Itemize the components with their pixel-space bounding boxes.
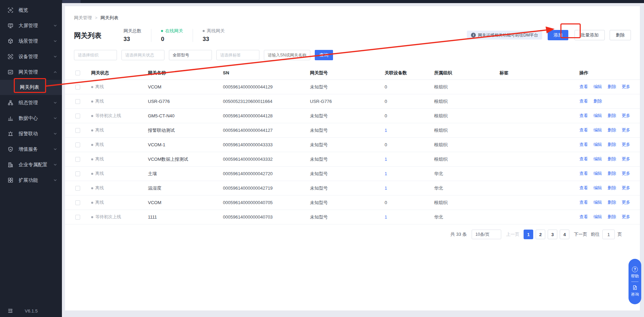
row-checkbox[interactable]: [75, 128, 80, 133]
action-more-link[interactable]: 更多: [622, 127, 630, 133]
page-button-4[interactable]: 4: [560, 230, 569, 239]
action-delete-link[interactable]: 删除: [608, 171, 616, 177]
action-more-link[interactable]: 更多: [622, 113, 630, 119]
gateway-model: 未知型号: [310, 156, 385, 162]
row-checkbox[interactable]: [75, 99, 80, 104]
tag-select[interactable]: 请选择标签: [216, 50, 259, 60]
gateway-model: 未知型号: [310, 84, 385, 90]
sidebar-item-label: 组态管理: [19, 100, 53, 106]
search-button[interactable]: 查询: [315, 50, 333, 60]
action-edit-link[interactable]: 编辑: [593, 84, 602, 90]
sidebar-collapse-icon[interactable]: [8, 308, 13, 314]
dm-platform-notice: i 网关运维相关功能可前往DM平台: [467, 31, 542, 40]
row-checkbox[interactable]: [75, 157, 80, 162]
search-input[interactable]: [264, 50, 310, 60]
sidebar-item-label: 概览: [19, 7, 57, 13]
action-delete-link[interactable]: 删除: [593, 98, 602, 104]
chevron-down-icon: [53, 24, 57, 28]
action-delete-link[interactable]: 删除: [608, 185, 616, 191]
action-more-link[interactable]: 更多: [622, 142, 630, 148]
row-checkbox[interactable]: [75, 85, 80, 89]
linked-device-count[interactable]: 1: [385, 128, 434, 133]
gateway-name: VCOM-1: [148, 142, 223, 147]
action-more-link[interactable]: 更多: [622, 84, 630, 90]
action-delete-link[interactable]: 删除: [608, 156, 616, 162]
action-more-link[interactable]: 更多: [622, 171, 630, 177]
action-more-link[interactable]: 更多: [622, 156, 630, 162]
row-checkbox[interactable]: [75, 200, 80, 205]
goto-page-input[interactable]: [602, 230, 615, 239]
action-more-link[interactable]: 更多: [622, 200, 630, 205]
row-checkbox[interactable]: [75, 114, 80, 118]
gateway-status-select[interactable]: 请选择网关状态: [121, 50, 164, 60]
row-checkbox[interactable]: [75, 186, 80, 191]
action-view-link[interactable]: 查看: [579, 98, 588, 104]
action-view-link[interactable]: 查看: [579, 200, 588, 205]
consult-button[interactable]: 咨询: [631, 285, 639, 297]
action-edit-link[interactable]: 编辑: [593, 171, 602, 177]
select-all-checkbox[interactable]: [75, 71, 80, 75]
action-edit-link[interactable]: 编辑: [593, 185, 602, 191]
action-more-link[interactable]: 更多: [622, 214, 630, 220]
row-checkbox[interactable]: [75, 215, 80, 220]
action-edit-link[interactable]: 编辑: [593, 127, 602, 133]
page-button-3[interactable]: 3: [548, 230, 557, 239]
sidebar-item-网关管理[interactable]: 网关管理: [0, 64, 62, 80]
org-select[interactable]: 请选择组织: [74, 50, 117, 60]
sidebar-item-企业专属配置[interactable]: 企业专属配置: [0, 157, 62, 172]
row-checkbox[interactable]: [75, 142, 80, 147]
action-delete-link[interactable]: 删除: [608, 142, 616, 148]
action-view-link[interactable]: 查看: [579, 185, 588, 191]
sidebar-item-场景管理[interactable]: 场景管理: [0, 33, 62, 49]
sidebar-item-概览[interactable]: 概览: [0, 2, 62, 18]
action-edit-link[interactable]: 编辑: [593, 156, 602, 162]
action-edit-link[interactable]: 编辑: [593, 200, 602, 205]
action-view-link[interactable]: 查看: [579, 84, 588, 90]
page-button-1[interactable]: 1: [524, 230, 533, 239]
action-view-link[interactable]: 查看: [579, 113, 588, 119]
action-view-link[interactable]: 查看: [579, 214, 588, 220]
sidebar-item-扩展功能[interactable]: 扩展功能: [0, 172, 62, 188]
action-delete-link[interactable]: 删除: [608, 113, 616, 119]
action-edit-link[interactable]: 编辑: [593, 142, 602, 148]
page-button-2[interactable]: 2: [536, 230, 545, 239]
action-view-link[interactable]: 查看: [579, 142, 588, 148]
sidebar-item-大屏管理[interactable]: 大屏管理: [0, 18, 62, 33]
action-delete-link[interactable]: 删除: [608, 127, 616, 133]
linked-device-count: 0: [385, 84, 434, 89]
action-delete-link[interactable]: 删除: [608, 200, 616, 205]
breadcrumb-parent[interactable]: 网关管理: [74, 15, 92, 21]
gateway-name: 土壤: [148, 171, 223, 177]
gateway-name: 1111: [148, 214, 223, 220]
action-view-link[interactable]: 查看: [579, 171, 588, 177]
action-more-link[interactable]: 更多: [622, 185, 630, 191]
sidebar-item-增值服务[interactable]: 增值服务: [0, 141, 62, 157]
action-edit-link[interactable]: 编辑: [593, 214, 602, 220]
sidebar-item-组态管理[interactable]: 组态管理: [0, 95, 62, 110]
gateway-status: 等待初次上线: [91, 214, 148, 220]
action-edit-link[interactable]: 编辑: [593, 113, 602, 119]
linked-device-count[interactable]: 1: [385, 157, 434, 162]
action-view-link[interactable]: 查看: [579, 127, 588, 133]
action-view-link[interactable]: 查看: [579, 156, 588, 162]
page-size-select[interactable]: 10条/页: [472, 230, 501, 239]
sidebar-item-数据中心[interactable]: 数据中心: [0, 110, 62, 126]
next-page-button[interactable]: 下一页: [574, 231, 587, 237]
action-delete-link[interactable]: 删除: [608, 84, 616, 90]
add-button[interactable]: 添加: [548, 30, 568, 40]
sidebar-item-设备管理[interactable]: 设备管理: [0, 49, 62, 64]
action-delete-link[interactable]: 删除: [608, 214, 616, 220]
gateway-org: 华北: [434, 171, 500, 177]
model-select[interactable]: 全部型号: [169, 50, 212, 60]
linked-device-count[interactable]: 1: [385, 171, 434, 176]
help-button[interactable]: ? 帮助: [631, 266, 639, 279]
sidebar-subitem-网关列表[interactable]: 网关列表: [0, 80, 62, 95]
gateway-sn: 00059614000000042720: [223, 171, 310, 176]
batch-add-button[interactable]: 批量添加: [575, 30, 605, 40]
row-checkbox[interactable]: [75, 171, 80, 176]
prev-page-button[interactable]: 上一页: [506, 231, 519, 237]
linked-device-count[interactable]: 1: [385, 186, 434, 191]
linked-device-count[interactable]: 1: [385, 214, 434, 220]
sidebar-item-报警联动[interactable]: 报警联动: [0, 126, 62, 141]
delete-button[interactable]: 删除: [610, 30, 631, 40]
